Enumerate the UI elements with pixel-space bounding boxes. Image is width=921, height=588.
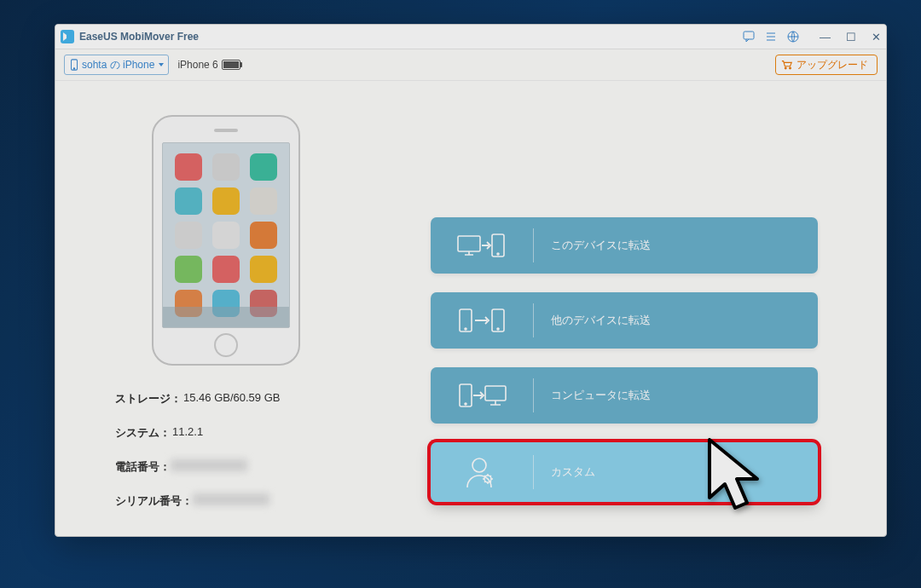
device-selector[interactable]: sohta の iPhone bbox=[64, 55, 169, 75]
upgrade-button[interactable]: アップグレード bbox=[775, 55, 878, 75]
svg-point-10 bbox=[465, 328, 466, 330]
upgrade-label: アップグレード bbox=[796, 58, 868, 72]
svg-rect-15 bbox=[485, 386, 506, 401]
system-label: システム： bbox=[115, 425, 171, 441]
globe-icon[interactable] bbox=[786, 30, 800, 43]
action-label: カスタム bbox=[534, 464, 595, 480]
serial-value-redacted bbox=[193, 493, 269, 505]
svg-point-5 bbox=[790, 67, 791, 69]
device-info: ストレージ： 15.46 GB/60.59 GB システム： 11.2.1 電話… bbox=[115, 391, 337, 527]
battery-icon bbox=[222, 60, 240, 70]
device-bar: sohta の iPhone iPhone 6 アップグレード bbox=[55, 49, 886, 81]
actions-panel: このデバイスに転送 他のデバイスに転送 bbox=[397, 81, 886, 536]
svg-rect-6 bbox=[458, 236, 480, 251]
device-selector-label: sohta の iPhone bbox=[82, 58, 154, 72]
storage-label: ストレージ： bbox=[115, 391, 182, 406]
phone-illustration bbox=[152, 115, 300, 366]
svg-point-14 bbox=[465, 403, 466, 405]
svg-point-4 bbox=[785, 67, 786, 69]
serial-label: シリアル番号： bbox=[115, 493, 193, 509]
device-model-label: iPhone 6 bbox=[177, 59, 217, 71]
storage-value: 15.46 GB/60.59 GB bbox=[183, 391, 280, 406]
device-panel: ストレージ： 15.46 GB/60.59 GB システム： 11.2.1 電話… bbox=[55, 81, 397, 536]
phone-label: 電話番号： bbox=[115, 459, 171, 475]
pc-to-phone-icon bbox=[456, 231, 507, 260]
minimize-button[interactable]: — bbox=[820, 32, 831, 43]
app-window: EaseUS MobiMover Free — ☐ ✕ sohta の iPho… bbox=[55, 24, 887, 537]
phone-to-pc-icon bbox=[456, 381, 507, 410]
main-area: ストレージ： 15.46 GB/60.59 GB システム： 11.2.1 電話… bbox=[55, 81, 886, 536]
phone-value-redacted bbox=[171, 459, 247, 471]
action-label: コンピュータに転送 bbox=[534, 388, 651, 403]
transfer-to-computer-button[interactable]: コンピュータに転送 bbox=[431, 367, 818, 424]
title-bar: EaseUS MobiMover Free — ☐ ✕ bbox=[55, 25, 886, 49]
svg-point-8 bbox=[497, 253, 499, 255]
app-logo-icon bbox=[61, 30, 74, 43]
action-label: 他のデバイスに転送 bbox=[534, 313, 651, 328]
phone-icon bbox=[70, 59, 78, 71]
phone-to-phone-icon bbox=[456, 306, 507, 335]
close-button[interactable]: ✕ bbox=[872, 32, 881, 43]
transfer-to-other-device-button[interactable]: 他のデバイスに転送 bbox=[431, 292, 818, 349]
app-title: EaseUS MobiMover Free bbox=[79, 31, 199, 43]
svg-point-3 bbox=[73, 68, 74, 69]
custom-button[interactable]: カスタム bbox=[431, 442, 818, 502]
window-controls: — ☐ ✕ bbox=[820, 32, 881, 43]
transfer-to-this-device-button[interactable]: このデバイスに転送 bbox=[431, 217, 818, 274]
cart-icon bbox=[781, 60, 793, 70]
svg-rect-0 bbox=[744, 32, 754, 39]
feedback-icon[interactable] bbox=[742, 30, 756, 43]
action-label: このデバイスに転送 bbox=[534, 238, 651, 253]
maximize-button[interactable]: ☐ bbox=[846, 32, 856, 43]
system-value: 11.2.1 bbox=[172, 425, 203, 441]
menu-icon[interactable] bbox=[764, 30, 778, 43]
svg-point-12 bbox=[497, 328, 499, 330]
user-gear-icon bbox=[462, 455, 501, 489]
svg-point-16 bbox=[472, 458, 486, 472]
